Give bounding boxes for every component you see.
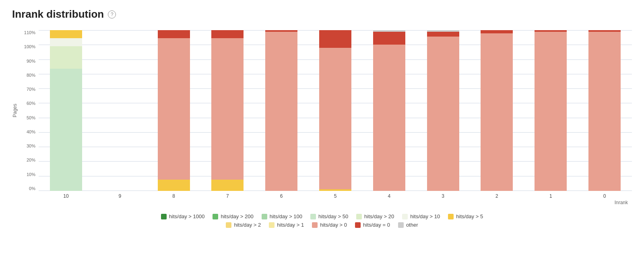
bar-segment [427,32,459,37]
legend-item: hits/day > 1 [269,222,304,228]
bar-group [527,30,574,191]
legend-item: hits/day > 10 [402,213,440,219]
bar-group [474,30,520,191]
bar-group [312,30,359,191]
bar-group [204,30,251,191]
bar-segment [373,32,405,45]
legend-label: hits/day > 100 [270,213,302,219]
y-tick: 10% [27,172,35,177]
legend-label: hits/day > 50 [318,213,348,219]
bar-segment [211,30,244,38]
legend-item: hits/day > 50 [310,213,348,219]
bar-group [420,30,466,191]
y-tick: 40% [27,129,35,134]
bar-stack [588,30,621,191]
bar-group [581,30,628,191]
legend-label: other [406,222,418,228]
legend-item: hits/day > 200 [213,213,253,219]
y-tick: 30% [27,143,35,148]
legend-label: hits/day > 20 [364,213,394,219]
legend-item: hits/day > 0 [312,222,347,228]
bar-segment [211,38,244,180]
chart-area: 109876543210 Inrank [39,30,632,205]
x-axis: 109876543210 [39,193,632,199]
y-tick: 80% [27,73,35,78]
legend-label: hits/day > 10 [410,213,440,219]
legend-swatch [402,214,408,219]
bar-segment [50,38,82,46]
bar-group [366,30,413,191]
legend-label: hits/day > 2 [234,222,261,228]
x-tick: 5 [312,193,359,199]
legend-item: hits/day > 1000 [161,213,205,219]
legend-label: hits/day = 0 [363,222,390,228]
bar-segment [588,32,621,191]
bar-group [151,30,197,191]
y-tick: 0% [29,186,35,191]
legend-swatch [161,214,167,219]
bar-stack [319,30,351,191]
bar-segment [50,30,82,38]
legend-item: hits/day > 100 [262,213,302,219]
legend-label: hits/day > 1000 [169,213,205,219]
bar-segment [319,48,351,189]
bar-segment [50,46,82,69]
bar-stack [50,30,82,191]
legend-label: hits/day > 0 [320,222,347,228]
y-tick: 60% [27,101,35,106]
bar-stack [211,30,244,191]
legend-swatch [213,214,218,219]
y-tick: 90% [27,59,35,63]
bar-group [43,30,89,191]
y-tick: 20% [27,158,35,162]
legend-swatch [226,222,231,228]
bar-segment [158,38,190,180]
y-axis-title: Pages [12,104,18,117]
y-tick: 110% [24,30,35,35]
legend-swatch [312,222,318,228]
bar-group [258,30,305,191]
bar-segment [427,37,459,191]
title-row: Inrank distribution ? [12,8,632,20]
legend-swatch [356,214,362,219]
x-tick: 9 [97,193,143,199]
legend-item: hits/day > 20 [356,213,394,219]
x-axis-title: Inrank [39,200,632,205]
x-tick: 2 [474,193,520,199]
bar-segment [211,180,244,191]
y-axis: 0%10%20%30%40%50%60%70%80%90%100%110% [19,30,39,191]
y-tick: 50% [27,115,35,120]
bar-stack [535,30,567,191]
help-icon[interactable]: ? [108,10,116,18]
bar-segment [535,32,567,191]
page-title: Inrank distribution [12,8,104,20]
legend-swatch [310,214,316,219]
legend-swatch [269,222,275,228]
y-tick: 100% [24,44,35,49]
legend-swatch [355,222,361,228]
legend-swatch [398,222,404,228]
legend-item: hits/day = 0 [355,222,390,228]
x-tick: 3 [420,193,466,199]
legend-swatch [448,214,454,219]
legend-item: hits/day > 2 [226,222,261,228]
legend-swatch [262,214,267,219]
bars-container [39,30,632,191]
legend-label: hits/day > 1 [277,222,304,228]
bar-stack [373,30,405,191]
bar-segment [481,30,513,33]
bar-segment [373,45,405,191]
x-tick: 0 [581,193,628,199]
bar-segment [319,30,351,48]
bar-segment [158,30,190,38]
bar-segment [481,33,513,191]
bar-segment [319,189,351,191]
legend-label: hits/day > 200 [221,213,253,219]
legend-item: other [398,222,418,228]
x-tick: 10 [43,193,89,199]
bar-segment [265,32,297,191]
x-tick: 7 [204,193,251,199]
x-tick: 4 [366,193,413,199]
bar-stack [481,30,513,191]
chart-wrapper: Pages 0%10%20%30%40%50%60%70%80%90%100%1… [12,30,632,205]
